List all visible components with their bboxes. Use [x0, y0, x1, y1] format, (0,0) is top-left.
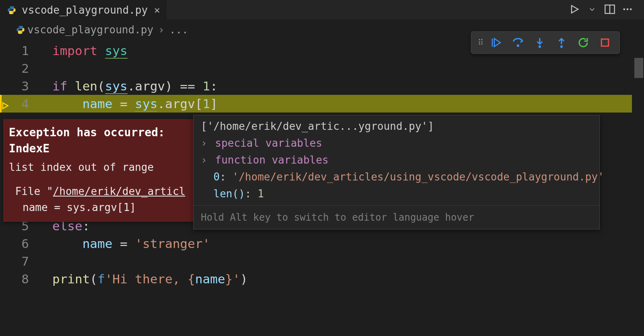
exception-stack-file[interactable]: File "/home/erik/dev_articl	[9, 183, 191, 199]
hover-row-expandable[interactable]: › special variables	[201, 135, 592, 152]
editor-tab[interactable]: vscode_playground.py ✕	[0, 0, 167, 19]
svg-point-3	[627, 8, 629, 10]
tab-bar: vscode_playground.py ✕	[0, 0, 644, 19]
run-button[interactable]	[568, 2, 581, 16]
line-number[interactable]: 2	[0, 59, 40, 77]
python-icon	[7, 6, 16, 14]
chevron-right-icon: ›	[201, 154, 207, 166]
run-dropdown-chevron-icon[interactable]	[585, 2, 599, 16]
line-number[interactable]: 6	[0, 235, 40, 252]
hover-row-expandable[interactable]: › function variables	[201, 152, 592, 168]
line-number[interactable]: 3	[0, 77, 40, 95]
hover-row: len(): 1	[201, 185, 592, 202]
svg-point-2	[623, 8, 625, 10]
exception-header: Exception has occurred: IndexE	[9, 125, 191, 157]
breadcrumb-file[interactable]: vscode_playground.py	[27, 24, 153, 36]
chevron-right-icon: ›	[201, 137, 207, 149]
editor-title-actions	[568, 2, 634, 16]
hover-hint: Hold Alt key to switch to editor languag…	[201, 209, 592, 226]
tab-filename: vscode_playground.py	[22, 4, 148, 16]
line-number[interactable]: 8	[0, 270, 40, 288]
line-number[interactable]: 4	[0, 95, 40, 113]
vertical-scrollbar[interactable]	[634, 23, 644, 336]
hover-row: 0: '/home/erik/dev_articles/using_vscode…	[201, 168, 592, 185]
exception-stack-line: name = sys.argv[1]	[9, 199, 191, 215]
python-icon	[16, 25, 25, 34]
exception-widget: Exception has occurred: IndexE list inde…	[3, 119, 196, 222]
more-actions-icon[interactable]	[621, 2, 634, 16]
divider	[194, 205, 599, 206]
debug-hover: ['/home/erik/dev_artic...yground.py'] › …	[193, 115, 600, 229]
svg-point-4	[630, 8, 632, 10]
breadcrumb-more[interactable]: ...	[169, 24, 188, 36]
exception-message: list index out of range	[9, 159, 191, 175]
split-editor-icon[interactable]	[603, 2, 617, 16]
close-tab-icon[interactable]: ✕	[153, 4, 161, 16]
line-number[interactable]: 1	[0, 42, 40, 59]
line-number[interactable]: 7	[0, 252, 40, 270]
hover-header: ['/home/erik/dev_artic...yground.py']	[201, 118, 592, 135]
chevron-right-icon: ›	[158, 24, 165, 36]
scroll-thumb[interactable]	[634, 58, 643, 78]
